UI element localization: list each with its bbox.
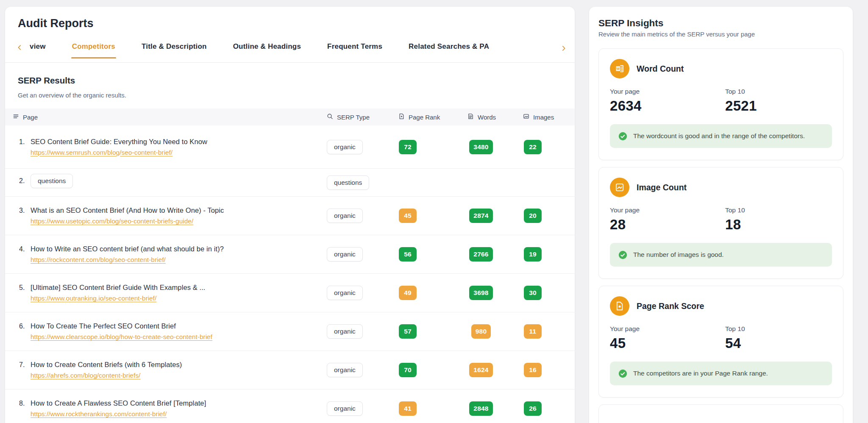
serp-results-header: SERP Results Get an overview of the orga…	[5, 63, 575, 101]
status-message-text: The number of images is good.	[633, 251, 724, 259]
word-document-icon: W	[610, 59, 629, 78]
words-badge: 2848	[469, 401, 492, 416]
result-row: 7.How to Create Content Briefs (with 6 T…	[5, 351, 575, 390]
column-header-images: Images	[533, 114, 554, 121]
images-badge: 19	[524, 247, 542, 262]
serp-type-chip: organic	[327, 401, 363, 416]
result-url[interactable]: https://www.rocktherankings.com/content-…	[31, 410, 167, 418]
words-badge: 1624	[469, 363, 492, 377]
serp-type-chip: organic	[327, 286, 363, 300]
tab-title-description[interactable]: Title & Description	[142, 42, 207, 58]
insights-subtitle: Review the main metrics of the SERP vers…	[598, 31, 843, 40]
images-badge: 22	[524, 140, 542, 154]
table-body: 1.SEO Content Brief Guide: Everything Yo…	[5, 125, 575, 423]
result-number: 2.	[19, 177, 31, 185]
result-number: 6.	[19, 322, 31, 330]
status-message: The number of images is good.	[610, 243, 832, 267]
words-badge: 2874	[469, 209, 492, 223]
page-star-icon	[610, 296, 629, 316]
tabs-scroll-right-icon[interactable]	[559, 44, 568, 53]
page-title: Audit Reports	[5, 7, 575, 31]
status-message-text: The wordcount is good and in the range o…	[633, 132, 805, 140]
card-title: Word Count	[637, 64, 684, 74]
page-rank-badge: 56	[399, 247, 417, 262]
tab-outline-headings[interactable]: Outline & Headings	[233, 42, 301, 58]
top-10-label: Top 10	[725, 325, 832, 333]
top-10-value: 18	[725, 217, 832, 233]
status-message-text: The competitors are in your Page Rank ra…	[633, 370, 768, 377]
result-url[interactable]: https://www.usetopic.com/blog/seo-conten…	[31, 217, 193, 225]
top-10-label: Top 10	[725, 88, 832, 95]
check-circle-icon	[618, 369, 627, 378]
audit-reports-panel: Audit Reports viewCompetitorsTitle & Des…	[5, 7, 575, 423]
your-page-value: 45	[610, 335, 725, 351]
table-header: Page SERP Type Page Rank Words Images	[5, 109, 575, 125]
result-url[interactable]: https://rockcontent.com/blog/seo-content…	[31, 256, 166, 264]
images-badge: 30	[524, 286, 542, 300]
insight-card-page-rank-score: Page Rank ScoreYour page45Top 1054The co…	[598, 286, 843, 398]
tabs-scroll-left-icon[interactable]	[15, 43, 24, 52]
tab-related-searches-pa[interactable]: Related Searches & PA	[409, 42, 489, 58]
result-title: [Ultimate] SEO Content Brief Guide With …	[31, 284, 206, 292]
serp-type-chip: organic	[327, 324, 363, 339]
serp-type-chip: organic	[327, 140, 363, 154]
result-number: 8.	[19, 399, 31, 407]
page-rank-badge: 49	[399, 286, 417, 300]
result-row: 3.What is an SEO Content Brief (And How …	[5, 197, 575, 235]
result-row: 1.SEO Content Brief Guide: Everything Yo…	[5, 125, 575, 169]
search-icon	[327, 113, 333, 121]
serp-type-chip: organic	[327, 247, 363, 262]
words-badge: 2766	[469, 247, 492, 262]
page-star-icon	[398, 113, 405, 121]
card-title: Page Rank Score	[637, 301, 704, 311]
insight-card-word-count: WWord CountYour page2634Top 102521The wo…	[598, 48, 843, 160]
section-title: SERP Results	[18, 75, 575, 87]
page-rank-badge: 57	[399, 324, 417, 339]
tab-view[interactable]: view	[30, 42, 46, 58]
result-url[interactable]: https://www.outranking.io/seo-content-br…	[31, 295, 156, 302]
result-title: SEO Content Brief Guide: Everything You …	[31, 138, 207, 146]
serp-type-chip: organic	[327, 363, 363, 377]
page-rank-badge: 70	[399, 363, 417, 377]
page-rank-badge: 41	[399, 401, 417, 416]
result-title: How To Create The Perfect SEO Content Br…	[31, 322, 212, 330]
insight-cards: WWord CountYour page2634Top 102521The wo…	[598, 48, 843, 398]
card-title: Image Count	[637, 183, 687, 192]
result-url[interactable]: https://ahrefs.com/blog/content-briefs/	[31, 372, 140, 379]
result-title: How to Create Content Briefs (with 6 Tem…	[31, 361, 182, 369]
column-header-serp-type: SERP Type	[337, 114, 370, 121]
top-10-value: 54	[725, 335, 832, 351]
result-number: 5.	[19, 284, 31, 292]
tab-bar: viewCompetitorsTitle & DescriptionOutlin…	[5, 42, 575, 63]
result-row: 4.How to Write an SEO content brief (and…	[5, 235, 575, 274]
column-header-page-rank: Page Rank	[409, 114, 440, 121]
result-row: 6.How To Create The Perfect SEO Content …	[5, 312, 575, 351]
images-badge: 11	[524, 324, 542, 339]
result-url[interactable]: https://www.semrush.com/blog/seo-content…	[31, 149, 172, 156]
tab-frequent-terms[interactable]: Frequent Terms	[327, 42, 382, 58]
images-badge: 26	[524, 401, 542, 416]
images-badge: 20	[524, 209, 542, 223]
your-page-label: Your page	[610, 88, 725, 95]
top-10-value: 2521	[725, 98, 832, 114]
result-number: 1.	[19, 138, 31, 146]
status-message: The competitors are in your Page Rank ra…	[610, 362, 832, 385]
result-row: 8.How to Create A Flawless SEO Content B…	[5, 390, 575, 423]
result-url[interactable]: https://www.clearscope.io/blog/how-to-cr…	[31, 333, 212, 341]
serp-type-chip: organic	[327, 209, 363, 223]
insight-card-image-count: Image CountYour page28Top 1018The number…	[598, 167, 843, 279]
images-badge: 16	[524, 363, 542, 377]
result-number: 7.	[19, 361, 31, 369]
lines-icon	[13, 113, 19, 121]
next-card-partial	[598, 404, 843, 423]
result-number: 4.	[19, 245, 31, 253]
insights-title: SERP Insights	[598, 7, 843, 30]
result-row: 2.questionsquestions	[5, 169, 575, 197]
section-subtitle: Get an overview of the organic results.	[18, 92, 575, 101]
top-10-label: Top 10	[725, 206, 832, 214]
image-icon	[610, 178, 629, 197]
result-row: 5.[Ultimate] SEO Content Brief Guide Wit…	[5, 274, 575, 312]
image-icon	[523, 113, 529, 121]
tab-competitors[interactable]: Competitors	[72, 42, 115, 58]
check-circle-icon	[618, 132, 627, 141]
